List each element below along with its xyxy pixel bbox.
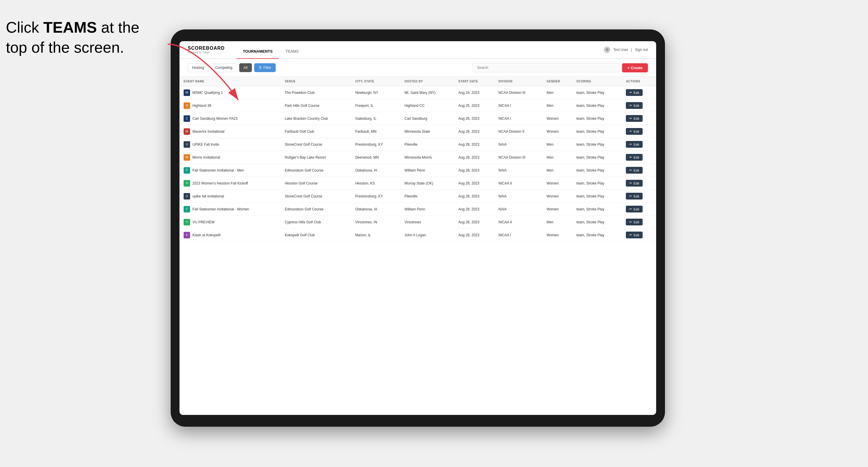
tab-tournaments[interactable]: TOURNAMENTS bbox=[237, 44, 279, 59]
cell-city-3: Faribault, MN bbox=[351, 125, 400, 138]
cell-actions-3: ✏ Edit bbox=[622, 125, 656, 138]
cell-date-7: Aug 28, 2023 bbox=[454, 177, 494, 190]
edit-button-4[interactable]: ✏ Edit bbox=[626, 141, 643, 148]
cell-venue-7: Hesston Golf Course bbox=[281, 177, 351, 190]
cell-event-2: C Carl Sandburg Women FA23 bbox=[180, 112, 281, 125]
cell-hosted-4: Pikeville bbox=[400, 138, 454, 151]
all-button[interactable]: All bbox=[239, 63, 252, 72]
col-actions: ACTIONS bbox=[622, 77, 656, 86]
cell-venue-8: StoneCrest Golf Course bbox=[281, 190, 351, 203]
tab-teams[interactable]: TEAMS bbox=[279, 44, 305, 59]
event-name-10: VU PREVIEW bbox=[192, 220, 215, 224]
edit-icon-0: ✏ bbox=[629, 91, 632, 94]
team-logo-8: U bbox=[184, 193, 190, 199]
cell-city-6: Oskaloosa, IA bbox=[351, 164, 400, 177]
competing-button[interactable]: Competing bbox=[211, 63, 237, 72]
sign-out-link[interactable]: Sign out bbox=[635, 48, 648, 52]
event-name-8: upike fall invitational bbox=[192, 194, 224, 198]
edit-icon-7: ✏ bbox=[629, 181, 632, 185]
edit-button-10[interactable]: ✏ Edit bbox=[626, 219, 643, 225]
edit-button-2[interactable]: ✏ Edit bbox=[626, 115, 643, 122]
cell-date-8: Aug 28, 2023 bbox=[454, 190, 494, 203]
table-row: F Fall Statesmen Invitational - Women Ed… bbox=[180, 203, 656, 216]
cell-division-10: NICAA II bbox=[494, 216, 542, 229]
edit-button-11[interactable]: ✏ Edit bbox=[626, 231, 643, 238]
edit-icon-1: ✏ bbox=[629, 103, 632, 107]
edit-icon-6: ✏ bbox=[629, 168, 632, 172]
teams-bold: TEAMS bbox=[43, 19, 97, 36]
col-start-date: START DATE bbox=[454, 77, 494, 86]
hosting-button[interactable]: Hosting bbox=[188, 63, 209, 72]
cell-hosted-7: Murray State (OK) bbox=[400, 177, 454, 190]
edit-button-9[interactable]: ✏ Edit bbox=[626, 206, 643, 213]
logo-area: SCOREBOARD Powered by Clippit bbox=[188, 45, 225, 54]
cell-gender-7: Women bbox=[542, 177, 572, 190]
edit-button-8[interactable]: ✏ Edit bbox=[626, 193, 643, 199]
cell-actions-5: ✏ Edit bbox=[622, 151, 656, 164]
cell-division-6: NAIA bbox=[494, 164, 542, 177]
cell-scoring-7: team, Stroke Play bbox=[572, 177, 622, 190]
edit-label-10: Edit bbox=[633, 220, 639, 224]
table-row: H 2023 Women's Hesston Fall Kickoff Hess… bbox=[180, 177, 656, 190]
event-name-9: Fall Statesmen Invitational - Women bbox=[192, 207, 249, 211]
create-button[interactable]: + Create bbox=[622, 63, 648, 72]
nav-right: ⚙ Test User | Sign out bbox=[604, 46, 648, 53]
cell-gender-4: Men bbox=[542, 138, 572, 151]
filter-button[interactable]: ☰ Filter bbox=[254, 63, 276, 72]
filter-icon: ☰ bbox=[259, 66, 262, 70]
settings-icon[interactable]: ⚙ bbox=[604, 46, 610, 53]
team-logo-10: V bbox=[184, 219, 190, 225]
edit-icon-8: ✏ bbox=[629, 194, 632, 198]
cell-gender-1: Men bbox=[542, 99, 572, 112]
cell-venue-6: Edmundson Golf Course bbox=[281, 164, 351, 177]
event-name-2: Carl Sandburg Women FA23 bbox=[192, 117, 238, 121]
table-row: H Highland 36 Park Hills Golf Course Fre… bbox=[180, 99, 656, 112]
cell-gender-10: Men bbox=[542, 216, 572, 229]
search-input[interactable] bbox=[472, 63, 620, 72]
event-name-6: Fall Statesmen Invitational - Men bbox=[192, 168, 244, 173]
edit-label-7: Edit bbox=[633, 182, 639, 185]
edit-button-3[interactable]: ✏ Edit bbox=[626, 128, 643, 135]
cell-date-5: Aug 28, 2023 bbox=[454, 151, 494, 164]
table-row: F Fall Statesmen Invitational - Men Edmu… bbox=[180, 164, 656, 177]
cell-venue-3: Faribault Golf Club bbox=[281, 125, 351, 138]
cell-event-7: H 2023 Women's Hesston Fall Kickoff bbox=[180, 177, 281, 190]
cell-gender-9: Women bbox=[542, 203, 572, 216]
edit-button-7[interactable]: ✏ Edit bbox=[626, 180, 643, 187]
cell-scoring-1: team, Stroke Play bbox=[572, 99, 622, 112]
cell-hosted-2: Carl Sandburg bbox=[400, 112, 454, 125]
cell-hosted-1: Highland CC bbox=[400, 99, 454, 112]
edit-button-1[interactable]: ✏ Edit bbox=[626, 102, 643, 109]
user-name: Test User bbox=[613, 48, 628, 52]
col-gender: GENDER bbox=[542, 77, 572, 86]
logo-title: SCOREBOARD bbox=[188, 45, 225, 51]
edit-button-5[interactable]: ✏ Edit bbox=[626, 154, 643, 161]
cell-division-2: NICAA I bbox=[494, 112, 542, 125]
cell-city-8: Prestonsburg, KY bbox=[351, 190, 400, 203]
cell-city-0: Newburgh, NY bbox=[351, 86, 400, 99]
edit-label-2: Edit bbox=[633, 117, 639, 120]
table-container: EVENT NAME VENUE CITY, STATE HOSTED BY S… bbox=[180, 77, 656, 415]
table-row: C Carl Sandburg Women FA23 Lake Bracken … bbox=[180, 112, 656, 125]
cell-division-3: NCAA Division II bbox=[494, 125, 542, 138]
cell-gender-6: Men bbox=[542, 164, 572, 177]
team-logo-5: M bbox=[184, 154, 190, 161]
col-division: DIVISION bbox=[494, 77, 542, 86]
cell-city-10: Vincennes, IN bbox=[351, 216, 400, 229]
cell-hosted-3: Minnesota State bbox=[400, 125, 454, 138]
team-logo-2: C bbox=[184, 115, 190, 122]
search-box bbox=[472, 63, 620, 72]
cell-event-11: K Klash at Kokopelli bbox=[180, 229, 281, 242]
cell-event-9: F Fall Statesmen Invitational - Women bbox=[180, 203, 281, 216]
separator: | bbox=[631, 48, 632, 52]
edit-button-6[interactable]: ✏ Edit bbox=[626, 167, 643, 174]
cell-city-7: Hesston, KS bbox=[351, 177, 400, 190]
cell-actions-10: ✏ Edit bbox=[622, 216, 656, 229]
edit-button-0[interactable]: ✏ Edit bbox=[626, 89, 643, 96]
cell-actions-8: ✏ Edit bbox=[622, 190, 656, 203]
cell-city-5: Deerwood, MN bbox=[351, 151, 400, 164]
cell-hosted-10: Vincennes bbox=[400, 216, 454, 229]
event-name-0: MSMC Qualifying 1 bbox=[192, 91, 223, 95]
cell-date-1: Aug 25, 2023 bbox=[454, 99, 494, 112]
team-logo-9: F bbox=[184, 206, 190, 213]
